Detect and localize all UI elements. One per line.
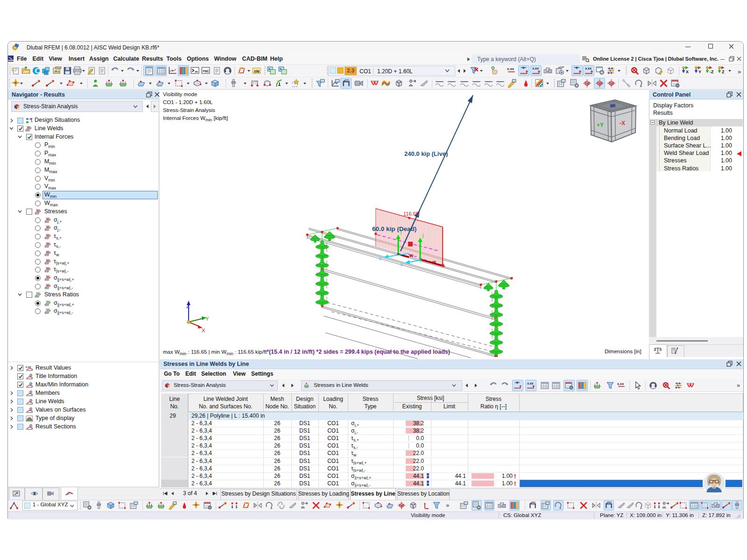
svg-text:x.xx: x.xx: [585, 67, 592, 70]
svg-text:>sc: >sc: [202, 69, 209, 73]
svg-text:w: w: [409, 253, 413, 258]
svg-text:x.xx: x.xx: [26, 365, 31, 368]
svg-text:X: X: [686, 70, 689, 74]
svg-text:x.xx: x.xx: [527, 382, 533, 385]
svg-text:X: X: [202, 328, 205, 333]
svg-text:Y: Y: [698, 70, 701, 74]
svg-text:w: w: [432, 259, 436, 265]
svg-text:x.xx: x.xx: [617, 382, 624, 386]
svg-text:-Z: -Z: [710, 70, 714, 74]
svg-text:Z: Z: [186, 303, 190, 309]
svg-text:s: s: [401, 262, 403, 267]
svg-text:-X: -X: [620, 120, 625, 126]
svg-text:±N: ±N: [254, 69, 260, 74]
svg-text:Y: Y: [205, 316, 209, 322]
svg-text:+Y: +Y: [597, 122, 604, 128]
svg-text:j: j: [422, 233, 423, 238]
svg-text:x.xx: x.xx: [532, 67, 539, 70]
svg-text:s: s: [379, 256, 381, 261]
svg-text:x.xx: x.xx: [507, 67, 514, 71]
svg-text:Z: Z: [722, 70, 725, 74]
